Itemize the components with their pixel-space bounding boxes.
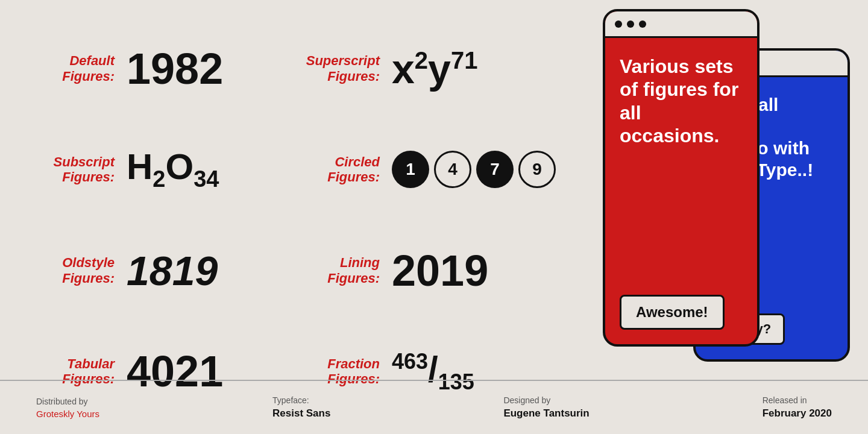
footer-distributed-col: Distributed by Groteskly Yours	[36, 397, 99, 419]
released-in-value: February 2020	[763, 407, 832, 420]
figures-section: DefaultFigures: 1982 SuperscriptFigures:…	[0, 0, 591, 434]
superscript-figures-item: SuperscriptFigures: x2y71	[301, 18, 567, 119]
superscript-figures-value: x2y71	[392, 48, 477, 89]
oldstyle-figures-label: OldstyleFigures:	[36, 255, 115, 286]
subscript-figures-value: H2O34	[127, 149, 219, 190]
lining-figures-item: LiningFigures: 2019	[301, 220, 567, 321]
phone-red: Various sets of figures for all occasion…	[603, 9, 760, 347]
oldstyle-figures-item: OldstyleFigures: 1819	[36, 220, 301, 321]
default-figures-item: DefaultFigures: 1982	[36, 18, 301, 119]
oldstyle-figures-value: 1819	[127, 250, 218, 291]
awesome-button[interactable]: Awesome!	[620, 295, 725, 330]
main-content: DefaultFigures: 1982 SuperscriptFigures:…	[0, 0, 868, 434]
footer: Distributed by Groteskly Yours Typeface:…	[0, 380, 868, 434]
phone-red-content: Various sets of figures for all occasion…	[605, 38, 757, 344]
dot-red-2	[627, 20, 634, 28]
circle-1: 1	[392, 151, 429, 188]
lining-figures-label: LiningFigures:	[301, 255, 380, 286]
lining-figures-value: 2019	[392, 246, 488, 295]
circle-4: 4	[434, 151, 471, 188]
default-figures-value: 1982	[127, 47, 223, 90]
circled-figures-item: CircledFigures: 1 4 7 9	[301, 119, 567, 221]
typeface-value: Resist Sans	[272, 407, 330, 420]
phone-red-text: Various sets of figures for all occasion…	[620, 55, 743, 148]
designed-by-value: Eugene Tantsurin	[503, 407, 589, 420]
circle-9: 9	[518, 151, 556, 188]
circled-figures-value: 1 4 7 9	[392, 151, 556, 188]
dot-red-3	[639, 20, 646, 28]
typeface-label: Typeface:	[272, 395, 330, 405]
distributed-by-value: Groteskly Yours	[36, 409, 99, 419]
distributed-by-label: Distributed by	[36, 397, 99, 406]
circle-7: 7	[476, 151, 514, 188]
circled-figures-label: CircledFigures:	[301, 154, 380, 185]
phone-red-topbar	[605, 11, 757, 38]
footer-typeface-col: Typeface: Resist Sans	[272, 395, 330, 420]
subscript-figures-item: SubscriptFigures: H2O34	[36, 119, 301, 221]
released-in-label: Released in	[763, 395, 832, 405]
superscript-figures-label: SuperscriptFigures:	[301, 53, 380, 84]
phone-section: ...not allSanscan do withOpenType..! Rea…	[591, 0, 856, 434]
dot-red	[615, 20, 622, 28]
footer-designer-col: Designed by Eugene Tantsurin	[503, 395, 589, 420]
designed-by-label: Designed by	[503, 395, 589, 405]
footer-released-col: Released in February 2020	[763, 395, 832, 420]
subscript-figures-label: SubscriptFigures:	[36, 154, 115, 185]
default-figures-label: DefaultFigures:	[36, 53, 115, 84]
